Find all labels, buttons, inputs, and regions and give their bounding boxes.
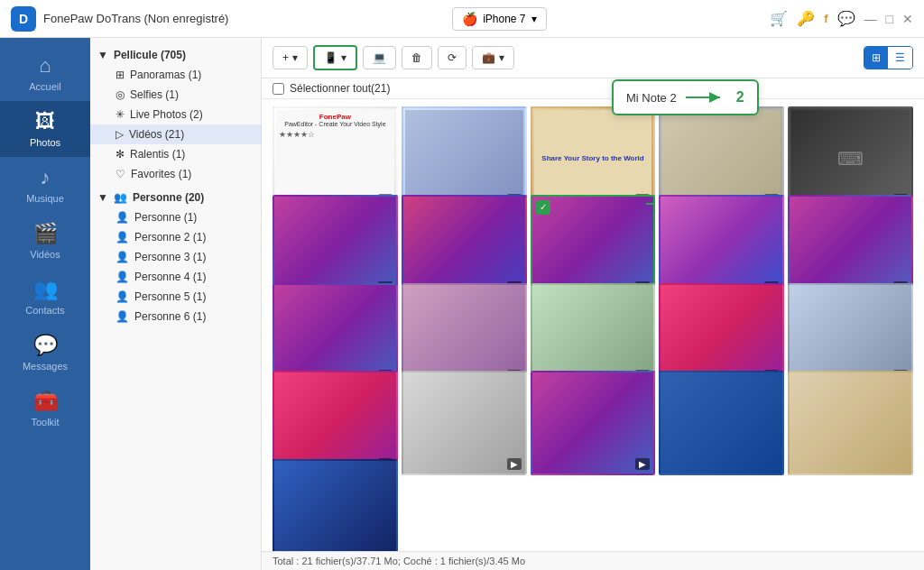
device-selector[interactable]: 🍎 iPhone 7 ▾ [452,7,546,31]
photo-cell[interactable]: ▶ [402,371,527,475]
more-button[interactable]: 💼 ▾ [472,46,514,69]
tree-ralentis[interactable]: ✻ Ralentis (1) [90,144,261,164]
live-photos-label: Live Photos (2) [130,108,203,121]
sidebar-label-musique: Musique [26,193,64,204]
video-badge: ▶ [635,458,650,470]
person-icon-1: 👤 [116,211,129,224]
tree-personne-1[interactable]: 👤 Personne (1) [90,207,261,227]
export-to-device-button[interactable]: 📱 ▾ [313,45,357,70]
app-container: D FonePaw DoTrans (Non enregistré) 🍎 iPh… [0,0,924,570]
sidebar-label-videos: Vidéos [30,249,60,260]
minimize-button[interactable]: — [864,12,877,26]
ralentis-icon: ✻ [116,148,125,161]
sidebar-label-messages: Messages [23,361,68,372]
ralentis-label: Ralentis (1) [130,148,185,161]
add-button[interactable]: + ▾ [273,46,308,69]
tree-personne-6[interactable]: 👤 Personne 6 (1) [90,307,261,326]
personne-3-label: Personne 3 (1) [134,251,206,263]
refresh-icon: ⟳ [448,51,457,64]
select-all-label: Sélectionner tout(21) [290,82,390,95]
tree-personne-3[interactable]: 👤 Personne 3 (1) [90,247,261,267]
grid-view-button[interactable]: ⊞ [864,47,888,69]
list-view-button[interactable]: ☰ [888,47,912,69]
import-button[interactable]: 💻 [363,46,396,69]
sidebar-item-accueil[interactable]: ⌂ Accueil [0,45,90,101]
pellicule-header[interactable]: ▼ Pellicule (705) [90,45,261,65]
sidebar-item-toolkit[interactable]: 🧰 Toolkit [0,381,90,437]
tree-favorites[interactable]: ♡ Favorites (1) [90,164,261,184]
key-icon[interactable]: 🔑 [797,10,815,27]
personne-header[interactable]: ▼ 👥 Personne (20) [90,188,261,207]
close-button[interactable]: ✕ [902,12,913,26]
personne-4-label: Personne 4 (1) [134,271,206,283]
annotation-arrow-2 [684,88,729,106]
tree-selfies[interactable]: ◎ Selfies (1) [90,85,261,105]
video-badge: ▶ [507,458,522,470]
annotation-arrow-1 [644,197,655,211]
tree-live-photos[interactable]: ✳ Live Photos (2) [90,105,261,124]
selfies-label: Selfies (1) [130,88,179,101]
status-text: Total : 21 fichier(s)/37.71 Mo; Coché : … [273,556,525,566]
select-all-checkbox[interactable] [273,83,284,95]
title-bar-left: D FonePaw DoTrans (Non enregistré) [11,6,228,32]
tooltip-mi-note-2: Mi Note 2 2 [612,79,759,115]
more-chevron: ▾ [499,51,504,64]
sidebar: ⌂ Accueil 🖼 Photos ♪ Musique 🎬 Vidéos 👥 … [0,38,90,570]
sidebar-label-accueil: Accueil [29,81,60,92]
main-layout: ⌂ Accueil 🖼 Photos ♪ Musique 🎬 Vidéos 👥 … [0,38,924,570]
person-icon-4: 👤 [116,271,129,283]
tree-personne-5[interactable]: 👤 Personne 5 (1) [90,287,261,307]
home-icon: ⌂ [39,54,51,78]
pellicule-label: Pellicule (705) [114,49,186,61]
contacts-icon: 👥 [33,278,58,301]
delete-button[interactable]: 🗑 [402,46,432,69]
sidebar-label-toolkit: Toolkit [31,417,59,428]
cart-icon[interactable]: 🛒 [770,10,788,27]
panoramas-label: Panoramas (1) [130,69,201,81]
tree-personne-4[interactable]: 👤 Personne 4 (1) [90,267,261,287]
arrow-icon: ▼ [97,49,108,61]
sidebar-item-musique[interactable]: ♪ Musique [0,157,90,213]
toolbar: + ▾ 📱 ▾ 💻 🗑 ⟳ 💼 ▾ [262,38,924,78]
sidebar-item-messages[interactable]: 💬 Messages [0,325,90,381]
music-icon: ♪ [41,166,51,189]
facebook-icon[interactable]: f [824,12,827,25]
tree-personne-2[interactable]: 👤 Personne 2 (1) [90,227,261,247]
chat-icon[interactable]: 💬 [837,10,855,27]
device-name: iPhone 7 [483,13,525,25]
photo-grid: FonePawPawEditor - Create Your Video Sty… [262,99,924,551]
person-icon-6: 👤 [116,310,129,323]
personne-arrow-icon: ▼ [97,191,108,204]
app-title: FonePaw DoTrans (Non enregistré) [43,12,228,25]
sidebar-label-contacts: Contacts [25,305,64,316]
briefcase-icon: 💼 [482,51,495,64]
live-photos-icon: ✳ [116,108,125,121]
export-device-icon: 📱 [324,51,337,64]
photo-cell[interactable] [273,459,398,551]
refresh-button[interactable]: ⟳ [438,46,467,69]
restore-button[interactable]: □ [886,12,893,26]
app-logo: D [11,6,36,32]
status-bar: Total : 21 fichier(s)/37.71 Mo; Coché : … [262,551,924,570]
tree-videos[interactable]: ▷ Vidéos (21) [90,124,261,144]
sidebar-item-contacts[interactable]: 👥 Contacts [0,269,90,325]
photo-cell[interactable]: ▶ [531,371,656,475]
photos-icon: 🖼 [35,110,55,133]
personne-2-label: Personne 2 (1) [134,231,206,244]
messages-icon: 💬 [33,334,58,357]
sidebar-item-videos[interactable]: 🎬 Vidéos [0,213,90,269]
sidebar-item-photos[interactable]: 🖼 Photos [0,101,90,157]
add-chevron: ▾ [292,51,298,64]
add-icon: + [282,51,289,64]
content-area: + ▾ 📱 ▾ 💻 🗑 ⟳ 💼 ▾ [262,38,924,570]
annotation-2-label: 2 [736,89,744,106]
photo-cell[interactable] [659,371,784,475]
videos-label: Vidéos (21) [129,128,184,141]
chevron-down-icon: ▾ [531,13,537,25]
tree-panoramas[interactable]: ⊞ Panoramas (1) [90,65,261,85]
photo-cell[interactable] [788,371,913,475]
favorites-icon: ♡ [116,168,125,180]
title-bar: D FonePaw DoTrans (Non enregistré) 🍎 iPh… [0,0,924,38]
left-panel: ▼ Pellicule (705) ⊞ Panoramas (1) ◎ Self… [90,38,262,570]
videos-tree-icon: ▷ [116,128,124,141]
